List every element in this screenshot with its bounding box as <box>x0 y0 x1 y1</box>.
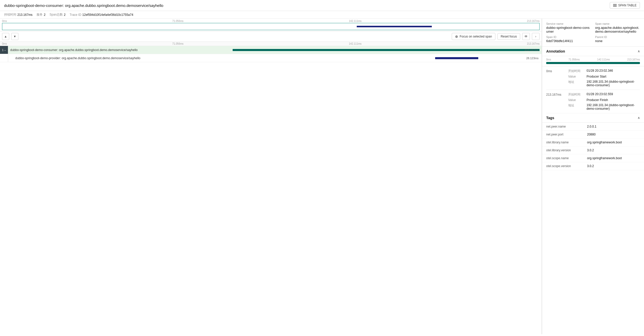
trace-id-value: 12ef594d10f14efa4ef36d10c1755a74 <box>82 13 133 17</box>
tag-row: net.peer.port 20880 <box>542 131 644 139</box>
mini-timeline-track[interactable] <box>2 23 540 30</box>
anno-ruler-3: 213.167ms <box>627 58 640 61</box>
mini-timeline-ruler: 0ms 71.056ms 142.111ms 213.167ms <box>0 20 542 22</box>
ruler-71ms: 71.056ms <box>172 42 184 45</box>
tag-value: org.springframework.boot <box>587 156 622 160</box>
tags-label: Tags <box>546 116 554 120</box>
anno-ruler: 0ms 71.056ms 142.111ms 213.167ms <box>546 58 640 61</box>
crosshair-icon: ⊕ <box>455 34 458 39</box>
service-name-value: dubbo-springboot-demo-consumer <box>546 26 591 33</box>
tag-row: net.peer.name 2.0.0.1 <box>542 123 644 131</box>
span-list: 1 – dubbo-springboot-demo-consumer: org.… <box>0 46 542 334</box>
trace-id-label: Trace ID <box>70 13 81 17</box>
reset-focus-button[interactable]: Reset focus <box>497 33 520 40</box>
tag-value: 3.0.2 <box>587 164 594 168</box>
span-ruler: 0ms 71.056ms 142.111ms 213.167ms <box>0 42 542 46</box>
anno-value2-label: Value <box>568 98 583 102</box>
mini-ruler-0: 0ms <box>2 20 7 22</box>
visibility-button[interactable]: 👁 <box>522 33 530 40</box>
span-name-field: Span name org.apache.dubbo.springboot.de… <box>595 22 640 33</box>
anno-value-label: Value <box>568 75 583 78</box>
anno-field-value2: Value Producer Finish <box>568 98 640 102</box>
anno-starttime2-label: 开始时间 <box>568 92 583 97</box>
annotation-group: 213.167ms 开始时间 01/28 20:23:02.559 Value … <box>546 90 640 113</box>
service-name-label: Service name <box>546 22 591 25</box>
chevron-right-icon: › <box>535 35 536 38</box>
annotation-section-header[interactable]: Annotation ∧ <box>542 47 644 56</box>
anno-field-addr2: 地址 192.168.101.34 (dubbo-springboot-demo… <box>568 103 640 110</box>
anno-ruler-2: 142.111ms <box>597 58 610 61</box>
anno-field-starttime: 开始时间 01/28 20:23:02.346 <box>568 69 640 73</box>
spans-label: Span总数 <box>50 13 63 17</box>
services-meta: 服务 2 <box>37 13 45 17</box>
span-name-value: org.apache.dubbo.springboot.demo.demoser… <box>595 26 640 33</box>
annotation-timeline: 0ms 71.056ms 142.111ms 213.167ms <box>542 56 644 66</box>
anno-time-0ms: 0ms <box>546 69 564 87</box>
span-name: dubbo-springboot-demo-provider: org.apac… <box>10 56 233 60</box>
anno-starttime-label: 开始时间 <box>568 69 583 73</box>
mini-ruler-1: 71.056ms <box>172 20 184 22</box>
span-id-label: Span ID <box>546 35 591 39</box>
tag-value: 2.0.0.1 <box>587 125 597 128</box>
mini-timeline: 0ms 71.056ms 142.111ms 213.167ms <box>0 19 542 31</box>
detail-panel: Service name dubbo-springboot-demo-consu… <box>542 19 644 334</box>
ruler-0ms: 0ms <box>2 42 7 45</box>
mini-ruler-3: 213.167ms <box>527 20 540 22</box>
service-name-field: Service name dubbo-springboot-demo-consu… <box>546 22 591 33</box>
span-index <box>0 54 8 62</box>
hamburger-icon <box>613 4 617 7</box>
span-bar <box>233 49 540 51</box>
anno-addr-label: 地址 <box>568 80 583 87</box>
focus-selected-span-button[interactable]: ⊕ Focus on selected span <box>452 33 495 40</box>
duration-meta: 持续时间 213.167ms <box>4 13 32 17</box>
span-name: dubbo-springboot-demo-consumer: org.apac… <box>10 48 233 52</box>
anno-time-213ms: 213.167ms <box>546 92 564 110</box>
anno-addr2-label: 地址 <box>568 103 583 110</box>
mini-ruler-2: 142.111ms <box>349 20 361 22</box>
span-row[interactable]: 1 – dubbo-springboot-demo-consumer: org.… <box>0 46 542 54</box>
trace-panel: 0ms 71.056ms 142.111ms 213.167ms ▲ ▼ ⊕ F… <box>0 19 542 334</box>
span-duration: 213.167ms <box>525 48 539 52</box>
trace-id-meta: Trace ID 12ef594d10f14efa4ef36d10c1755a7… <box>70 13 133 17</box>
ruler-213ms: 213.167ms <box>527 42 540 45</box>
ruler-142ms: 142.111ms <box>349 42 361 45</box>
services-label: 服务 <box>37 13 43 17</box>
tag-row: otel.scope.version 3.0.2 <box>542 162 644 170</box>
span-table-button[interactable]: SPAN TABLE <box>610 2 640 9</box>
span-row[interactable]: dubbo-springboot-demo-provider: org.apac… <box>0 54 542 62</box>
navigate-down-button[interactable]: ▼ <box>11 33 18 40</box>
annotation-group: 0ms 开始时间 01/28 20:23:02.346 Value Produc… <box>546 66 640 90</box>
span-name-label: Span name <box>595 22 640 25</box>
anno-addr2-value: 192.168.101.34 (dubbo-springboot-demo-co… <box>587 103 640 110</box>
anno-fields: 开始时间 01/28 20:23:02.559 Value Producer F… <box>568 92 640 110</box>
spans-value: 2 <box>64 13 66 17</box>
annotation-rows: 0ms 开始时间 01/28 20:23:02.346 Value Produc… <box>542 66 644 113</box>
span-id-field: Span ID 6dd73fddfe14f411 <box>546 35 591 43</box>
tag-row: otel.library.version 3.0.2 <box>542 146 644 154</box>
services-value: 2 <box>44 13 45 17</box>
span-id-value: 6dd73fddfe14f411 <box>546 39 591 43</box>
tag-key: otel.scope.version <box>546 164 587 168</box>
tags-section: net.peer.name 2.0.0.1 net.peer.port 2088… <box>542 123 644 174</box>
tag-row: otel.scope.name org.springframework.boot <box>542 154 644 162</box>
tag-key: otel.library.version <box>546 148 587 152</box>
anno-starttime-value: 01/28 20:23:02.346 <box>587 69 613 73</box>
span-duration: 28.123ms <box>526 57 539 60</box>
anno-fields: 开始时间 01/28 20:23:02.346 Value Producer S… <box>568 69 640 87</box>
page-title: dubbo-springboot-demo-consumer: org.apac… <box>4 3 163 8</box>
tags-section-header[interactable]: Tags ∧ <box>542 113 644 123</box>
annotation-track <box>546 62 640 64</box>
tag-value: org.springframework.boot <box>587 141 622 144</box>
tag-value: 20880 <box>587 133 595 136</box>
focus-button-label: Focus on selected span <box>460 35 492 38</box>
meta-bar: 持续时间 213.167ms 服务 2 Span总数 2 Trace ID 12… <box>0 11 644 19</box>
navigate-up-button[interactable]: ▲ <box>2 33 9 40</box>
tag-key: net.peer.name <box>546 125 587 128</box>
span-timeline: 213.167ms <box>233 47 540 53</box>
next-button[interactable]: › <box>532 33 540 40</box>
anno-value2-content: Producer Finish <box>587 98 608 102</box>
tag-key: net.peer.port <box>546 133 587 136</box>
main-layout: 0ms 71.056ms 142.111ms 213.167ms ▲ ▼ ⊕ F… <box>0 19 644 334</box>
eye-icon: 👁 <box>524 34 528 39</box>
reset-focus-label: Reset focus <box>501 35 517 38</box>
